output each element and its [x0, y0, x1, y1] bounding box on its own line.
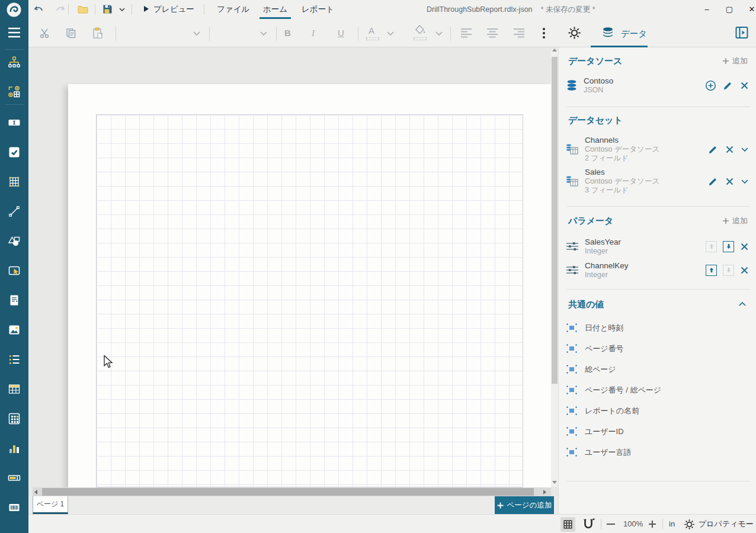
snap-magnet-button[interactable] [582, 518, 595, 531]
common-value-user-id[interactable]: ユーザーID [566, 421, 751, 442]
tool-table-select-icon[interactable] [8, 175, 21, 188]
horizontal-scrollbar[interactable] [33, 487, 551, 496]
font-size-dropdown-chevron-icon[interactable] [260, 31, 268, 36]
scroll-up-icon[interactable] [552, 49, 557, 52]
fill-color-chevron-icon[interactable] [435, 31, 443, 36]
tool-textbox-icon[interactable] [8, 116, 21, 129]
zoom-out-button[interactable] [607, 524, 615, 525]
tool-explorer-icon[interactable] [8, 56, 21, 69]
expand-chevron-icon[interactable] [741, 147, 749, 152]
common-value-page-number[interactable]: ページ番号 [566, 338, 751, 359]
divider [450, 27, 451, 41]
property-mode-gear-icon[interactable] [684, 519, 695, 530]
italic-button[interactable]: I [312, 26, 315, 40]
close-button[interactable]: ✕ [742, 0, 756, 19]
hamburger-menu-icon[interactable] [8, 27, 21, 38]
tool-barcode-icon[interactable] [8, 501, 21, 514]
grid-toggle-button[interactable] [560, 517, 575, 532]
tool-list-icon[interactable] [8, 353, 21, 366]
move-down-button[interactable] [723, 241, 734, 252]
tool-select-pointer-icon[interactable] [8, 264, 21, 277]
vertical-scrollbar[interactable] [551, 50, 558, 487]
unit-selector[interactable]: in [669, 515, 675, 533]
edit-pencil-icon[interactable] [708, 176, 719, 187]
tool-richtext-icon[interactable] [8, 294, 21, 307]
tool-shapes-icon[interactable] [8, 235, 21, 248]
cut-icon[interactable] [39, 27, 51, 39]
menu-home[interactable]: ホーム [260, 0, 291, 19]
scroll-down-icon[interactable] [552, 481, 557, 484]
common-value-page-of-total[interactable]: ページ番号 / 総ページ [566, 380, 751, 400]
property-mode-button[interactable]: プロパティモード [699, 515, 756, 533]
align-left-icon[interactable] [460, 28, 473, 38]
add-datasource-button[interactable]: 追加 [722, 54, 748, 68]
collapse-chevron-icon[interactable] [738, 301, 747, 307]
tool-line-icon[interactable] [8, 205, 21, 218]
horizontal-scrollbar-thumb[interactable] [42, 488, 534, 496]
plus-icon [722, 57, 729, 65]
save-icon[interactable] [102, 4, 113, 15]
scroll-right-icon[interactable] [543, 490, 546, 495]
align-right-icon[interactable] [512, 28, 526, 38]
undo-icon[interactable] [34, 4, 44, 15]
copy-icon[interactable] [65, 27, 77, 39]
zoom-in-button[interactable] [648, 520, 656, 528]
open-folder-icon[interactable] [77, 4, 89, 15]
common-value-total-pages[interactable]: 総ページ [566, 359, 751, 380]
edit-pencil-icon[interactable] [708, 144, 719, 155]
paste-icon[interactable] [92, 27, 104, 40]
common-value-date-time[interactable]: 日付と時刻 [566, 317, 751, 338]
common-value-user-language[interactable]: ユーザー言語 [566, 442, 751, 463]
underline-button[interactable]: U [338, 26, 344, 40]
delete-x-icon[interactable] [740, 242, 749, 251]
delete-x-icon[interactable] [740, 81, 749, 90]
add-parameter-button[interactable]: 追加 [722, 214, 748, 227]
save-dropdown-chevron-icon[interactable] [118, 7, 126, 12]
maximize-button[interactable]: ▢ [719, 0, 739, 19]
minimize-button[interactable]: – [697, 0, 717, 19]
parameter-item-channelkey[interactable]: ChannelKey Integer [566, 258, 751, 282]
dataset-item-sales[interactable]: Sales Contoso データソース 3 フィールド [566, 166, 751, 197]
tool-matrix-icon[interactable] [8, 412, 21, 425]
add-page-button[interactable]: ページの追加 [495, 496, 554, 514]
tool-bullet-icon[interactable] [8, 471, 21, 484]
bold-button[interactable]: B [284, 26, 291, 40]
delete-x-icon[interactable] [725, 177, 734, 186]
font-color-button[interactable]: A [369, 24, 374, 38]
settings-gear-icon[interactable] [568, 26, 581, 40]
title-bar: プレビュー ファイル ホーム レポート DrillThroughSubRepor… [28, 0, 756, 19]
expand-chevron-icon[interactable] [741, 179, 749, 184]
preview-button[interactable]: プレビュー [140, 0, 198, 19]
datasource-item-contoso[interactable]: Contoso JSON [566, 73, 751, 97]
font-family-dropdown-chevron-icon[interactable] [193, 31, 201, 36]
design-canvas[interactable] [28, 47, 558, 496]
vertical-scrollbar-thumb[interactable] [552, 57, 558, 384]
redo-icon[interactable] [55, 4, 65, 15]
tab-page-1[interactable]: ページ 1 [33, 496, 68, 514]
tool-chart-icon[interactable] [8, 442, 21, 455]
align-center-icon[interactable] [486, 28, 499, 38]
common-value-report-name[interactable]: レポートの名前 [566, 400, 751, 421]
tool-layout-icon[interactable] [8, 85, 21, 98]
menu-report[interactable]: レポート [298, 0, 338, 19]
tool-table-icon[interactable] [8, 383, 21, 396]
tool-checkbox-icon[interactable] [8, 146, 21, 159]
scroll-left-icon[interactable] [34, 490, 37, 495]
delete-x-icon[interactable] [725, 145, 734, 154]
font-color-chevron-icon[interactable] [386, 31, 395, 36]
fill-color-icon[interactable] [415, 25, 427, 36]
tab-data[interactable]: データ [621, 26, 647, 41]
design-grid[interactable] [96, 114, 523, 487]
parameter-item-salesyear[interactable]: SalesYear Integer [566, 235, 751, 258]
report-page[interactable] [68, 84, 551, 496]
menu-file[interactable]: ファイル [213, 0, 253, 19]
add-dataset-icon[interactable] [705, 80, 716, 91]
delete-x-icon[interactable] [740, 266, 749, 275]
data-tab-database-icon[interactable] [601, 26, 615, 40]
more-options-icon[interactable] [542, 27, 546, 40]
tool-image-icon[interactable] [8, 323, 21, 336]
move-up-button[interactable] [706, 265, 717, 276]
dataset-item-channels[interactable]: Channels Contoso データソース 2 フィールド [566, 134, 751, 165]
edit-pencil-icon[interactable] [723, 80, 733, 91]
collapse-panel-icon[interactable] [735, 25, 749, 40]
